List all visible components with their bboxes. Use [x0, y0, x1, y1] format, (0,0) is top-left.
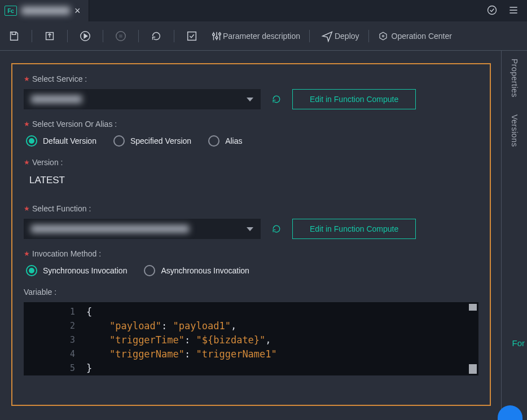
svg-rect-5	[188, 32, 196, 40]
radio-default-version[interactable]: Default Version	[26, 135, 96, 147]
operation-center-label: Operation Center	[392, 32, 452, 41]
refresh-function-button[interactable]	[269, 221, 284, 237]
toolbar: Parameter description Deploy Operation C…	[0, 21, 527, 51]
service-select[interactable]	[24, 89, 261, 109]
radio-label: Alias	[225, 136, 242, 145]
reload-icon[interactable]	[148, 28, 165, 45]
fc-badge-icon: Fc	[5, 6, 17, 16]
editor-gutter: 1 2 3 4 5	[24, 303, 81, 375]
svg-point-7	[216, 36, 218, 38]
function-select-value	[31, 225, 189, 233]
radio-async-invocation[interactable]: Asynchronous Invocation	[144, 265, 249, 276]
separator	[32, 30, 32, 42]
operation-center-link[interactable]: Operation Center	[378, 31, 452, 41]
tab-properties[interactable]: Properties	[510, 59, 519, 98]
invocation-method-label: Invocation Method :	[32, 249, 101, 258]
run-icon[interactable]	[77, 28, 94, 45]
radio-specified-version[interactable]: Specified Version	[113, 135, 191, 147]
status-check-icon[interactable]	[486, 5, 498, 17]
separator	[67, 30, 68, 42]
variable-label: Variable :	[24, 288, 56, 297]
required-icon: ★	[24, 205, 30, 212]
radio-label: Synchronous Invocation	[43, 266, 127, 275]
chevron-down-icon	[247, 227, 253, 231]
format-hint[interactable]: For	[512, 338, 525, 348]
separator	[103, 30, 103, 42]
toolbar-overlay-group: Parameter description Deploy Operation C…	[183, 28, 452, 45]
save-icon[interactable]	[6, 28, 23, 45]
menu-icon[interactable]	[508, 5, 519, 17]
tab-bar: Fc ×	[0, 0, 527, 21]
config-form: ★ Select Service : Edit in Function Comp…	[11, 63, 491, 406]
required-icon: ★	[24, 121, 30, 127]
radio-label: Default Version	[43, 136, 96, 145]
checkbox-icon[interactable]	[183, 28, 200, 45]
radio-label: Specified Version	[130, 136, 191, 145]
deploy-link[interactable]: Deploy	[335, 32, 359, 41]
svg-point-9	[382, 35, 384, 37]
parameter-description-link[interactable]: Parameter description	[223, 32, 300, 41]
stop-icon[interactable]	[112, 28, 129, 45]
close-icon[interactable]: ×	[74, 5, 81, 17]
separator	[368, 30, 369, 42]
editor-content[interactable]: { "payload": "payload1", "triggerTime": …	[81, 303, 478, 375]
separator	[138, 30, 139, 42]
refresh-service-button[interactable]	[269, 91, 284, 107]
separator	[174, 30, 174, 42]
required-icon: ★	[24, 76, 30, 82]
radio-sync-invocation[interactable]: Synchronous Invocation	[26, 265, 127, 276]
select-version-or-alias-label: Select Version Or Alias :	[32, 120, 117, 129]
radio-alias[interactable]: Alias	[208, 135, 242, 147]
select-service-label: Select Service :	[32, 74, 87, 83]
edit-function-fc-button[interactable]: Edit in Function Compute	[292, 219, 416, 239]
chevron-down-icon	[247, 98, 253, 101]
required-icon: ★	[24, 250, 30, 257]
send-icon[interactable]	[319, 28, 336, 45]
tab-title	[21, 7, 70, 15]
tab-versions[interactable]: Versions	[510, 114, 519, 147]
version-value: LATEST	[24, 173, 478, 194]
editor-minimap[interactable]	[469, 304, 477, 374]
variable-editor[interactable]: 1 2 3 4 5 { "payload": "payload1", "trig…	[24, 302, 478, 375]
select-function-label: Select Function :	[32, 204, 91, 213]
service-select-value	[31, 95, 82, 103]
function-select[interactable]	[24, 219, 261, 239]
required-icon: ★	[24, 159, 30, 166]
svg-point-8	[219, 33, 221, 35]
right-sidepanel: Properties Versions	[501, 51, 527, 420]
version-label: Version :	[32, 158, 63, 167]
svg-point-0	[488, 6, 497, 14]
submit-icon[interactable]	[41, 28, 58, 45]
edit-service-fc-button[interactable]: Edit in Function Compute	[292, 89, 416, 109]
radio-label: Asynchronous Invocation	[161, 266, 249, 275]
svg-rect-4	[119, 34, 122, 38]
svg-point-6	[213, 33, 215, 36]
file-tab[interactable]: Fc ×	[0, 0, 89, 21]
separator	[309, 30, 310, 42]
